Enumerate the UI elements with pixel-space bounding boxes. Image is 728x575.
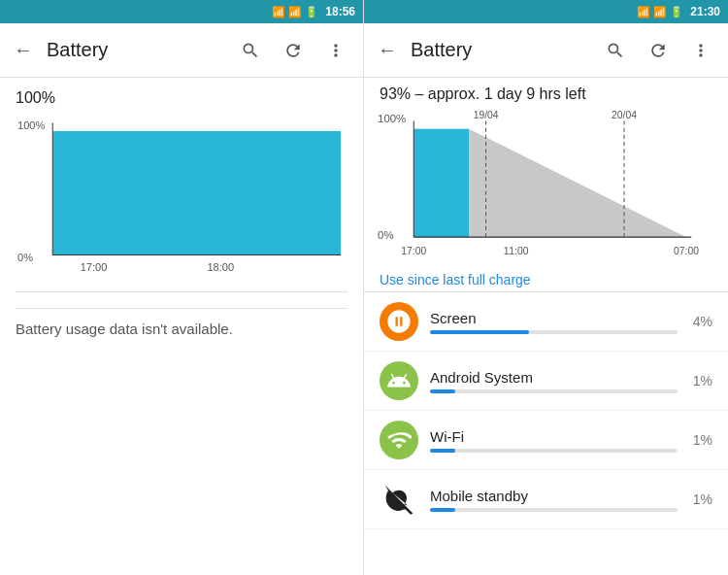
usage-item-screen[interactable]: Screen 4% <box>364 292 728 352</box>
screen-bar-container <box>430 330 678 334</box>
svg-text:07:00: 07:00 <box>674 246 699 256</box>
left-more-button[interactable] <box>316 31 355 70</box>
left-status-bar: 📶 📶 🔋 18:56 <box>0 0 363 23</box>
wifi-bar <box>430 449 455 453</box>
wifi-usage-info: Wi-Fi <box>430 428 678 453</box>
right-status-icons: 📶 📶 🔋 21:30 <box>637 5 720 18</box>
svg-text:20/04: 20/04 <box>612 110 637 120</box>
wifi-icon: 📶 <box>272 6 285 18</box>
right-content: 93% – approx. 1 day 9 hrs left 100% 0% <box>364 78 728 575</box>
left-refresh-button[interactable] <box>274 31 313 70</box>
svg-text:11:00: 11:00 <box>504 246 529 256</box>
svg-text:100%: 100% <box>378 113 406 124</box>
left-time: 18:56 <box>325 5 355 18</box>
android-bar-container <box>430 389 678 393</box>
left-divider <box>16 291 347 292</box>
left-battery-percent: 100% <box>16 89 347 107</box>
left-app-bar: ← Battery <box>0 23 363 78</box>
left-toolbar-icons <box>231 31 355 70</box>
screen-icon <box>380 302 418 341</box>
screen-percent: 4% <box>685 314 712 329</box>
right-status-bar: 📶 📶 🔋 21:30 <box>364 0 728 23</box>
right-chart: 100% 0% 19/04 20/04 17:00 11:00 <box>364 109 728 264</box>
svg-rect-9 <box>414 129 469 237</box>
android-name: Android System <box>430 369 678 386</box>
svg-rect-2 <box>52 131 341 255</box>
right-refresh-button[interactable] <box>639 31 678 70</box>
usage-list: Screen 4% Android System <box>364 292 728 529</box>
right-back-button[interactable]: ← <box>368 31 407 70</box>
battery-icon: 🔋 <box>305 6 318 18</box>
left-back-button[interactable]: ← <box>4 31 43 70</box>
svg-text:17:00: 17:00 <box>81 261 108 273</box>
right-toolbar-icons <box>596 31 720 70</box>
right-battery-icon: 🔋 <box>670 6 683 18</box>
android-usage-info: Android System <box>430 369 678 393</box>
mobile-bar <box>430 508 455 512</box>
right-search-button[interactable] <box>596 31 635 70</box>
svg-text:0%: 0% <box>378 229 393 241</box>
wifi-usage-icon <box>380 421 418 459</box>
mobile-name: Mobile standby <box>430 488 678 504</box>
right-app-bar: ← Battery <box>364 23 728 78</box>
left-no-data: Battery usage data isn't available. <box>16 308 347 337</box>
mobile-bar-container <box>430 508 678 512</box>
right-signal-icon: 📶 <box>653 6 667 18</box>
wifi-bar-container <box>430 449 678 453</box>
left-chart: 100% 0% 17:00 18:00 <box>16 115 347 280</box>
left-panel: 📶 📶 🔋 18:56 ← Battery <box>0 0 364 575</box>
left-search-button[interactable] <box>231 31 270 70</box>
left-page-title: Battery <box>47 39 231 61</box>
mobile-usage-info: Mobile standby <box>430 488 678 512</box>
svg-text:17:00: 17:00 <box>401 246 426 256</box>
usage-item-android[interactable]: Android System 1% <box>364 352 728 411</box>
screen-bar <box>430 330 529 334</box>
android-bar <box>430 389 455 393</box>
screen-usage-info: Screen <box>430 310 678 334</box>
wifi-name: Wi-Fi <box>430 428 678 445</box>
svg-text:100%: 100% <box>17 119 45 131</box>
right-page-title: Battery <box>411 39 596 61</box>
svg-marker-10 <box>469 129 686 237</box>
wifi-percent: 1% <box>685 432 712 448</box>
svg-text:19/04: 19/04 <box>474 110 499 120</box>
android-icon <box>380 361 418 400</box>
left-content: 100% 100% 0% 17:00 18:00 Battery usage d… <box>0 78 363 575</box>
left-chart-svg: 100% 0% 17:00 18:00 <box>16 115 347 280</box>
signal-icon: 📶 <box>288 6 302 18</box>
usage-item-mobile[interactable]: Mobile standby 1% <box>364 470 728 529</box>
right-battery-status: 93% – approx. 1 day 9 hrs left <box>364 85 728 103</box>
right-time: 21:30 <box>690 5 720 18</box>
usage-item-wifi[interactable]: Wi-Fi 1% <box>364 411 728 470</box>
right-wifi-icon: 📶 <box>637 6 650 18</box>
right-chart-svg: 100% 0% 19/04 20/04 17:00 11:00 <box>372 109 720 264</box>
android-percent: 1% <box>685 373 712 389</box>
svg-text:0%: 0% <box>17 252 33 263</box>
left-status-icons: 📶 📶 🔋 18:56 <box>272 5 355 18</box>
right-more-button[interactable] <box>681 31 720 70</box>
mobile-icon <box>380 480 418 519</box>
mobile-percent: 1% <box>685 491 712 507</box>
right-panel: 📶 📶 🔋 21:30 ← Battery <box>364 0 728 575</box>
svg-text:18:00: 18:00 <box>207 261 234 273</box>
screen-name: Screen <box>430 310 678 326</box>
usage-header: Use since last full charge <box>364 272 728 288</box>
